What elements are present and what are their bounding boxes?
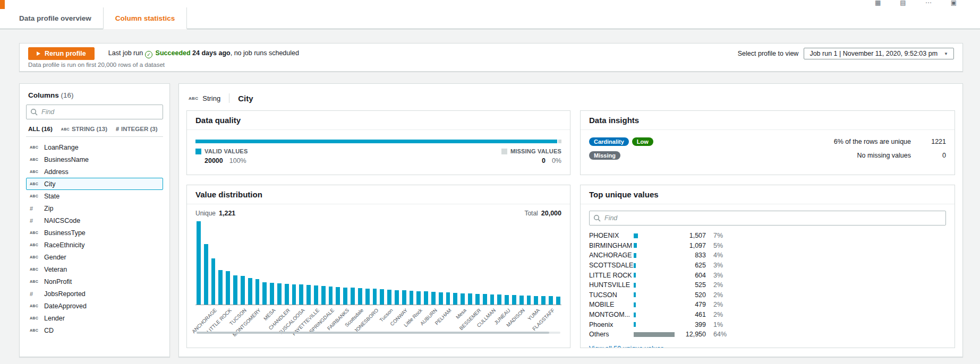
chart-bar-group (410, 221, 414, 305)
columns-search-input[interactable] (26, 105, 163, 119)
string-type-icon: ABC (30, 255, 39, 259)
sidebar-item-lender[interactable]: ABCLender (26, 312, 163, 324)
unique-value-bar (634, 273, 636, 278)
unique-value-bar-cell (634, 263, 679, 268)
chart-bar-group (380, 221, 384, 305)
chart-bar (490, 294, 495, 305)
chart-bar (292, 284, 296, 305)
insight-text: 6% of the rows are unique (834, 138, 911, 145)
panels-icon[interactable]: ▣ (951, 0, 957, 6)
chart-bar-group: TUCSON (241, 221, 245, 305)
unique-value-pct: 3% (713, 262, 738, 269)
sidebar-item-naicscode[interactable]: #NAICSCode (26, 214, 163, 227)
chart-bar (410, 291, 414, 305)
valid-legend-swatch (195, 149, 201, 154)
unique-value-bar-cell (634, 332, 679, 337)
sidebar-item-gender[interactable]: ABCGender (26, 251, 163, 263)
chart-bar (336, 287, 340, 305)
unique-value-row: Others12,95064% (589, 330, 946, 340)
unique-values-search-input[interactable] (589, 211, 946, 226)
unique-value-bar (634, 322, 636, 327)
unique-value-bar (634, 253, 636, 258)
filter-integer[interactable]: #INTEGER (3) (116, 126, 158, 132)
sidebar-item-businesstype[interactable]: ABCBusinessType (26, 227, 163, 239)
sidebar-item-city[interactable]: ABCCity (26, 178, 163, 190)
column-item-label: JobsReported (44, 290, 86, 298)
unique-value-name: PHOENIX (589, 232, 634, 239)
chevron-down-icon: ▼ (944, 51, 948, 56)
unique-value-bar-cell (634, 253, 679, 258)
value-distribution-chart[interactable]: ANCHORAGELITTLE ROCKTUCSONMONTGOMERYMESA… (195, 221, 561, 334)
chart-bar-group: YUMA (534, 221, 538, 305)
sidebar-item-nonprofit[interactable]: ABCNonProfit (26, 275, 163, 288)
unique-value-row: SCOTTSDALE6253% (589, 261, 946, 271)
profile-select-dropdown[interactable]: Job run 1 | November 11, 2020, 9:52:03 p… (804, 48, 954, 59)
sidebar-item-loanrange[interactable]: ABCLoanRange (26, 141, 163, 153)
chart-bar-group (262, 221, 267, 305)
apps-grid-icon[interactable]: ▦ (875, 0, 881, 6)
unique-value-count: 833 (679, 252, 706, 259)
chart-bar (248, 278, 252, 305)
chart-bar-group: MONTGOMERY (255, 221, 260, 305)
chart-bar (512, 295, 516, 305)
missing-values-legend: MISSING VALUES 0 0% (501, 148, 561, 164)
filter-all[interactable]: ALL (16) (28, 126, 53, 132)
view-all-unique-values-link[interactable]: View all 50 unique values (589, 345, 664, 348)
missing-legend-swatch (501, 149, 507, 154)
unique-value-name: Phoenix (589, 321, 634, 328)
chart-bar (351, 288, 355, 305)
topbar-icons: ▦▤⋯▣ (875, 0, 957, 6)
sidebar-item-businessname[interactable]: ABCBusinessName (26, 153, 163, 166)
sidebar-item-cd[interactable]: ABCCD (26, 324, 163, 336)
sidebar-item-dateapproved[interactable]: ABCDateApproved (26, 300, 163, 312)
unique-value-name: TUCSON (589, 291, 634, 299)
string-type-icon: ABC (30, 231, 39, 235)
column-list: ABCLoanRangeABCBusinessNameABCAddressABC… (26, 141, 163, 336)
insights-rows: CardinalityLow6% of the rows are unique1… (581, 130, 955, 175)
chart-bar-group (424, 221, 428, 305)
chart-bar-group (204, 221, 208, 305)
column-item-label: City (44, 180, 56, 188)
sidebar-item-veteran[interactable]: ABCVeteran (26, 263, 163, 275)
sidebar-item-address[interactable]: ABCAddress (26, 166, 163, 178)
string-type-icon: ABC (30, 304, 39, 308)
success-check-icon: ✓ (145, 51, 152, 58)
sidebar-item-jobsreported[interactable]: #JobsReported (26, 288, 163, 300)
unique-value-count: 1,097 (679, 242, 706, 249)
data-insights-card: Data insights CardinalityLow6% of the ro… (580, 110, 955, 175)
unique-value-row: MOBILE4792% (589, 300, 946, 310)
layout-icon[interactable]: ▤ (900, 0, 906, 6)
chart-bar (270, 283, 274, 305)
chart-bar (329, 287, 333, 305)
sidebar-item-zip[interactable]: #Zip (26, 202, 163, 214)
chart-bar-group (556, 221, 560, 305)
unique-value-bar (634, 243, 637, 248)
chart-bar (497, 294, 501, 305)
status-prefix: Last job run (108, 49, 143, 57)
string-type-icon: ABC (30, 145, 39, 149)
sidebar-item-raceethnicity[interactable]: ABCRaceEthnicity (26, 239, 163, 251)
unique-value-row: HUNTSVILLE5252% (589, 280, 946, 290)
filter-string[interactable]: ABCSTRING (13) (61, 126, 107, 132)
chart-scrollbar-thumb[interactable] (197, 332, 549, 334)
unique-value-name: Others (589, 331, 634, 338)
tab-column-statistics[interactable]: Column statistics (103, 7, 188, 29)
unique-value-row: Phoenix3991% (589, 319, 946, 330)
ellipsis-icon[interactable]: ⋯ (925, 0, 932, 6)
chart-bar (358, 288, 362, 305)
unique-value-name: MOBILE (589, 301, 634, 308)
chart-bar-group (306, 221, 311, 305)
status-suffix: , no job runs scheduled (231, 49, 299, 57)
tab-data-profile-overview[interactable]: Data profile overview (7, 7, 103, 29)
chart-bar (505, 295, 509, 305)
sidebar-item-state[interactable]: ABCState (26, 190, 163, 202)
rerun-profile-button[interactable]: Rerun profile (28, 47, 95, 60)
unique-value-count: 604 (679, 272, 706, 279)
unique-value-pct: 2% (713, 281, 738, 289)
unique-value-pct: 7% (713, 232, 738, 239)
column-statistics-panel: ABC String City Data quality (178, 83, 963, 357)
chart-scrollbar[interactable] (197, 332, 560, 334)
insight-row: MissingNo missing values0 (589, 151, 946, 160)
unique-value-count: 625 (679, 262, 706, 269)
unique-value-bar (634, 313, 636, 317)
